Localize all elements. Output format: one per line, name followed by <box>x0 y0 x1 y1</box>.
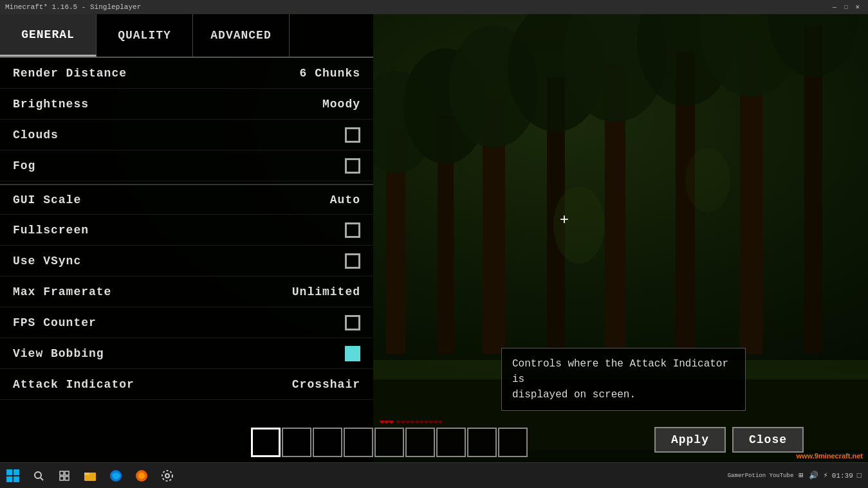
setting-vsync[interactable]: Use VSync <box>0 246 373 276</box>
crosshair: + <box>560 211 569 228</box>
firefox-taskbar-icon[interactable] <box>129 463 154 488</box>
hotbar-slot-5[interactable] <box>374 428 404 457</box>
hotbar-slot-4[interactable] <box>344 428 373 457</box>
svg-rect-21 <box>6 469 12 475</box>
svg-rect-23 <box>6 476 12 482</box>
apply-button[interactable]: Apply <box>654 427 726 453</box>
svg-rect-30 <box>65 476 69 480</box>
tab-quality[interactable]: Quality <box>97 14 193 57</box>
settings-taskbar-icon[interactable] <box>154 463 180 488</box>
fog-checkbox[interactable] <box>345 158 360 174</box>
minimize-button[interactable]: ─ <box>829 3 840 12</box>
system-clock: 01:39 <box>832 472 853 480</box>
close-window-button[interactable]: ✕ <box>853 3 863 12</box>
hotbar-slot-1[interactable] <box>251 428 281 457</box>
maximize-button[interactable]: □ <box>841 3 851 12</box>
hotbar-slot-6[interactable] <box>405 428 435 457</box>
svg-rect-32 <box>84 473 89 475</box>
taskview-icon <box>59 471 69 481</box>
hotbar <box>251 428 528 457</box>
svg-rect-29 <box>60 476 64 480</box>
view-bobbing-checkbox[interactable] <box>345 346 360 361</box>
svg-rect-27 <box>60 471 64 475</box>
battery-icon[interactable]: ⚡ <box>822 471 829 480</box>
search-taskbar-icon[interactable] <box>26 463 51 488</box>
edge-taskbar-icon[interactable] <box>103 463 129 488</box>
network-icon[interactable]: ⊞ <box>797 471 804 480</box>
setting-max-framerate[interactable]: Max Framerate Unlimited <box>0 276 373 307</box>
gear-icon <box>161 469 174 482</box>
close-button[interactable]: Close <box>732 427 804 453</box>
hotbar-slot-8[interactable] <box>467 428 497 457</box>
windows-logo-icon <box>6 469 19 482</box>
window-title: Minecraft* 1.16.5 - Singleplayer <box>5 3 829 11</box>
notification-icon[interactable]: □ <box>856 471 863 480</box>
watermark: www.9minecraft.net <box>796 452 863 460</box>
setting-gui-scale[interactable]: GUI Scale Auto <box>0 184 373 215</box>
start-button[interactable] <box>0 463 26 488</box>
setting-attack-indicator[interactable]: Attack Indicator Crosshair <box>0 369 373 400</box>
tab-advanced[interactable]: Advanced <box>193 14 290 57</box>
vsync-checkbox[interactable] <box>345 253 360 269</box>
taskbar: GamerPotion YouTube ⊞ 🔊 ⚡ 01:39 □ <box>0 462 868 488</box>
svg-rect-24 <box>14 476 19 482</box>
firefox-icon <box>135 469 148 482</box>
tooltip: Controls where the Attack Indicator isdi… <box>501 348 746 411</box>
clouds-checkbox[interactable] <box>345 127 360 143</box>
fullscreen-checkbox[interactable] <box>345 222 360 238</box>
tabs-container: General Quality Advanced <box>0 14 373 58</box>
volume-icon[interactable]: 🔊 <box>808 471 820 480</box>
action-buttons: Apply Close <box>654 427 804 453</box>
hotbar-slot-9[interactable] <box>498 428 528 457</box>
taskbar-icons <box>26 463 180 488</box>
gamerpotion-label: GamerPotion YouTube <box>726 473 795 479</box>
setting-brightness[interactable]: Brightness Moody <box>0 89 373 120</box>
titlebar: Minecraft* 1.16.5 - Singleplayer ─ □ ✕ <box>0 0 868 14</box>
tooltip-text: Controls where the Attack Indicator isdi… <box>512 358 728 401</box>
browser-icon <box>109 469 122 482</box>
hotbar-slot-7[interactable] <box>436 428 466 457</box>
titlebar-controls: ─ □ ✕ <box>829 3 863 12</box>
setting-fog[interactable]: Fog <box>0 150 373 181</box>
svg-line-26 <box>41 478 43 480</box>
setting-fps-counter[interactable]: FPS Counter <box>0 307 373 338</box>
health-bar: ❤❤❤ ❤❤❤❤❤❤❤❤❤❤ <box>380 417 443 427</box>
settings-list: Render Distance 6 Chunks Brightness Mood… <box>0 58 373 462</box>
svg-rect-22 <box>14 469 19 475</box>
folder-icon <box>84 469 97 482</box>
svg-point-35 <box>138 473 145 479</box>
hotbar-slot-3[interactable] <box>313 428 342 457</box>
svg-point-20 <box>685 148 730 212</box>
system-tray: GamerPotion YouTube ⊞ 🔊 ⚡ 01:39 □ <box>726 471 868 480</box>
svg-point-36 <box>165 474 169 478</box>
fps-counter-checkbox[interactable] <box>345 315 360 330</box>
setting-clouds[interactable]: Clouds <box>0 120 373 150</box>
svg-point-37 <box>162 471 172 481</box>
search-icon <box>33 471 44 481</box>
taskview-icon[interactable] <box>51 463 77 488</box>
setting-fullscreen[interactable]: Fullscreen <box>0 215 373 246</box>
svg-point-25 <box>35 472 41 478</box>
setting-view-bobbing[interactable]: View Bobbing <box>0 338 373 369</box>
file-explorer-taskbar-icon[interactable] <box>77 463 103 488</box>
setting-render-distance[interactable]: Render Distance 6 Chunks <box>0 58 373 89</box>
hotbar-slot-2[interactable] <box>282 428 311 457</box>
settings-panel: General Quality Advanced Render Distance… <box>0 14 373 462</box>
tab-general[interactable]: General <box>0 14 97 57</box>
svg-rect-28 <box>65 471 69 475</box>
